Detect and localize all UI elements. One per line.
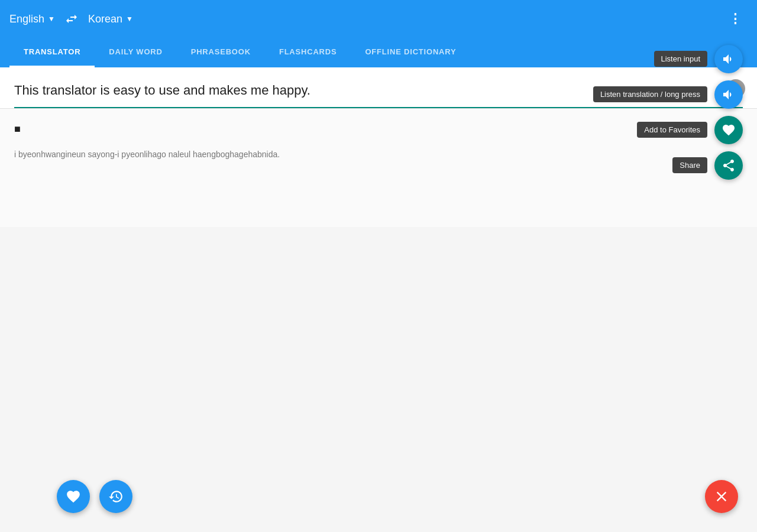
listen-translation-row: Listen translation / long press	[593, 80, 743, 109]
action-buttons: Listen input Listen translation / long p…	[593, 45, 743, 180]
source-language-selector[interactable]: English ▼	[9, 13, 55, 25]
close-fab-icon	[713, 488, 730, 505]
share-icon	[722, 158, 736, 173]
speaker-icon	[722, 52, 736, 66]
more-options-button[interactable]: ⋮	[724, 7, 748, 31]
heart-icon	[722, 123, 736, 137]
history-fab[interactable]	[99, 480, 132, 513]
add-favorites-button[interactable]	[714, 116, 743, 144]
target-language-selector[interactable]: Korean ▼	[88, 13, 133, 25]
tab-daily-word[interactable]: DAILY WORD	[95, 38, 176, 67]
listen-translation-button[interactable]	[714, 80, 743, 109]
speaker-translation-icon	[722, 87, 736, 102]
tab-flashcards[interactable]: FLASHCARDS	[265, 38, 351, 67]
translation-section: ■ i byeonhwangineun sayong-i pyeonlihago…	[0, 109, 757, 227]
listen-translation-tooltip: Listen translation / long press	[593, 86, 707, 102]
share-row: Share	[672, 151, 743, 180]
bottom-fabs	[57, 480, 132, 513]
favorites-fab-icon	[66, 489, 81, 504]
listen-input-tooltip: Listen input	[654, 51, 708, 67]
tab-offline-dictionary[interactable]: OFFLINE DICTIONARY	[351, 38, 470, 67]
tab-translator[interactable]: TRANSLATOR	[9, 38, 95, 67]
favorites-fab[interactable]	[57, 480, 90, 513]
target-lang-chevron-icon: ▼	[126, 15, 133, 23]
more-icon: ⋮	[729, 11, 743, 26]
history-fab-icon	[108, 489, 124, 504]
add-favorites-row: Add to Favorites	[637, 116, 743, 144]
source-lang-chevron-icon: ▼	[48, 15, 55, 23]
add-favorites-tooltip: Add to Favorites	[637, 122, 707, 138]
share-button[interactable]	[714, 151, 743, 180]
source-language-label: English	[9, 13, 44, 25]
close-fab[interactable]	[705, 480, 738, 513]
target-language-label: Korean	[88, 13, 122, 25]
swap-icon	[64, 12, 79, 26]
share-tooltip: Share	[672, 157, 707, 173]
listen-input-row: Listen input	[654, 45, 743, 73]
listen-input-button[interactable]	[714, 45, 743, 73]
swap-languages-button[interactable]	[60, 7, 83, 31]
tab-phrasebook[interactable]: PHRASEBOOK	[177, 38, 265, 67]
